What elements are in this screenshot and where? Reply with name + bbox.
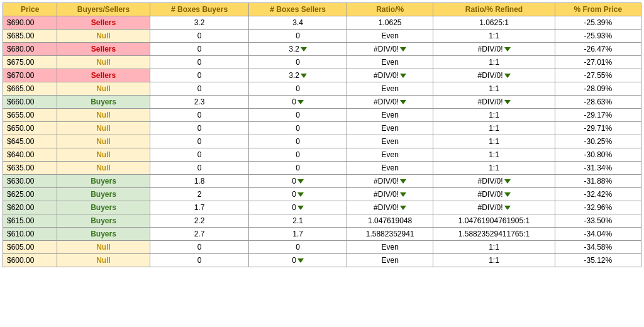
table-row: $630.00Buyers1.80#DIV/0!#DIV/0!-31.88% [3,175,641,188]
box-buyers-cell: 2 [150,188,249,201]
table-row: $690.00Sellers3.23.41.06251.0625:1-25.39… [3,16,641,30]
box-buyers-cell: 0 [150,109,249,122]
from-price-cell: -30.80% [555,148,641,162]
box-sellers-cell: 0 [249,254,347,267]
ratio-refined-cell: 1.04761904761905:1 [433,214,555,228]
from-price-cell: -25.93% [555,30,641,43]
from-price-cell: -28.63% [555,96,641,109]
col-header-from-price: % From Price [555,3,641,16]
box-sellers-cell: 0 [249,109,347,122]
ratio-triangle-marker [400,47,406,52]
ratio-refined-cell: 1:1 [433,254,555,267]
ratio-refined-cell: 1:1 [433,122,555,135]
ratio-cell: #DIV/0! [347,43,433,56]
price-cell: $665.00 [3,82,57,96]
ratio-refined-cell: #DIV/0! [433,175,555,188]
from-price-cell: -25.39% [555,16,641,30]
type-cell: Null [57,135,150,148]
from-price-cell: -35.12% [555,254,641,267]
ratio-refined-triangle-marker [504,192,511,197]
type-cell: Sellers [57,16,150,30]
ratio-cell: #DIV/0! [347,188,433,201]
price-cell: $655.00 [3,109,57,122]
ratio-triangle-marker [400,192,406,197]
box-sellers-cell: 0 [249,56,347,69]
table-row: $640.00Null00Even1:1-30.80% [3,148,641,162]
box-sellers-cell: 0 [249,201,347,214]
price-cell: $620.00 [3,201,57,214]
ratio-cell: #DIV/0! [347,201,433,214]
table-row: $670.00Sellers03.2#DIV/0!#DIV/0!-27.55% [3,69,641,82]
ratio-refined-cell: 1:1 [433,109,555,122]
box-sellers-cell: 1.7 [249,228,347,241]
box-sellers-cell: 0 [249,135,347,148]
price-table: Price Buyers/Sellers # Boxes Buyers # Bo… [3,3,641,267]
ratio-cell: Even [347,56,433,69]
col-header-ratio-refined: Ratio/% Refined [433,3,555,16]
triangle-marker [301,47,307,52]
price-cell: $610.00 [3,228,57,241]
price-cell: $660.00 [3,96,57,109]
triangle-marker [297,192,304,197]
type-cell: Null [57,254,150,267]
from-price-cell: -30.25% [555,135,641,148]
ratio-refined-cell: 1:1 [433,135,555,148]
ratio-triangle-marker [400,206,406,210]
from-price-cell: -31.34% [555,162,641,175]
price-cell: $670.00 [3,69,57,82]
box-buyers-cell: 2.3 [150,96,249,109]
from-price-cell: -32.42% [555,188,641,201]
box-sellers-cell: 0 [249,30,347,43]
type-cell: Null [57,56,150,69]
table-row: $675.00Null00Even1:1-27.01% [3,56,641,69]
ratio-refined-cell: 1:1 [433,82,555,96]
table-row: $610.00Buyers2.71.71.58823529411.5882352… [3,228,641,241]
ratio-cell: 1.5882352941 [347,228,433,241]
from-price-cell: -28.09% [555,82,641,96]
table-row: $645.00Null00Even1:1-30.25% [3,135,641,148]
table-row: $655.00Null00Even1:1-29.17% [3,109,641,122]
ratio-refined-triangle-marker [504,100,511,104]
type-cell: Sellers [57,69,150,82]
ratio-refined-cell: #DIV/0! [433,43,555,56]
table-row: $660.00Buyers2.30#DIV/0!#DIV/0!-28.63% [3,96,641,109]
ratio-cell: #DIV/0! [347,69,433,82]
ratio-refined-cell: 1.0625:1 [433,16,555,30]
type-cell: Null [57,82,150,96]
price-cell: $650.00 [3,122,57,135]
table-row: $680.00Sellers03.2#DIV/0!#DIV/0!-26.47% [3,43,641,56]
ratio-refined-cell: #DIV/0! [433,96,555,109]
price-cell: $680.00 [3,43,57,56]
box-buyers-cell: 2.2 [150,214,249,228]
col-header-boxes-buyers: # Boxes Buyers [150,3,249,16]
price-cell: $635.00 [3,162,57,175]
box-buyers-cell: 0 [150,135,249,148]
price-cell: $615.00 [3,214,57,228]
triangle-marker [297,258,304,263]
table-row: $685.00Null00Even1:1-25.93% [3,30,641,43]
type-cell: Buyers [57,228,150,241]
box-sellers-cell: 0 [249,175,347,188]
type-cell: Null [57,122,150,135]
ratio-cell: 1.0625 [347,16,433,30]
triangle-marker [297,179,304,184]
table-row: $600.00Null00Even1:1-35.12% [3,254,641,267]
box-buyers-cell: 2.7 [150,228,249,241]
ratio-cell: Even [347,254,433,267]
box-sellers-cell: 0 [249,188,347,201]
box-buyers-cell: 0 [150,69,249,82]
type-cell: Buyers [57,96,150,109]
price-cell: $630.00 [3,175,57,188]
table-row: $665.00Null00Even1:1-28.09% [3,82,641,96]
ratio-cell: Even [347,135,433,148]
ratio-cell: Even [347,162,433,175]
type-cell: Null [57,109,150,122]
box-sellers-cell: 2.1 [249,214,347,228]
box-buyers-cell: 0 [150,122,249,135]
ratio-cell: Even [347,148,433,162]
box-buyers-cell: 3.2 [150,16,249,30]
from-price-cell: -34.58% [555,241,641,254]
from-price-cell: -27.55% [555,69,641,82]
box-sellers-cell: 0 [249,122,347,135]
box-sellers-cell: 3.2 [249,43,347,56]
